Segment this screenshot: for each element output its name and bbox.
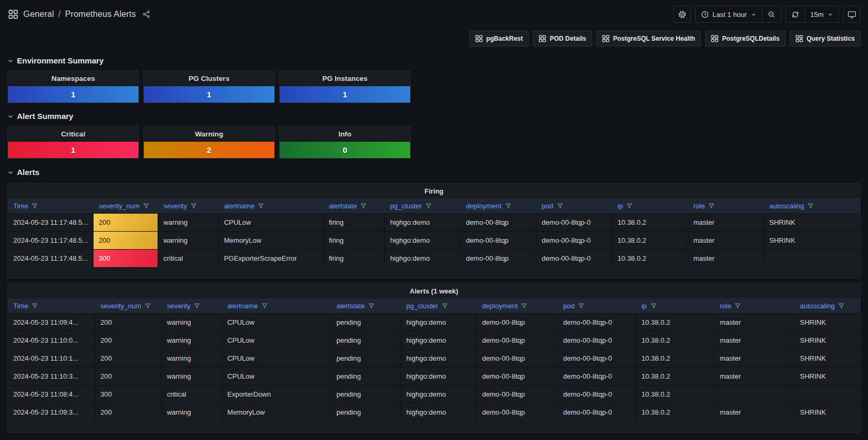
dashboard-link-query-statistics[interactable]: Query Statistics <box>790 31 861 47</box>
filter-icon[interactable] <box>257 201 264 209</box>
dashboard-link-postgresql-service-health[interactable]: PostgreSQL Service Health <box>596 31 701 47</box>
filter-icon[interactable] <box>578 301 585 309</box>
refresh-interval-button[interactable]: 15m <box>805 6 838 22</box>
column-header-severity[interactable]: severity <box>161 298 221 313</box>
table-cell-autoscaling: SHRINK <box>764 231 860 249</box>
column-header-severity_num[interactable]: severity_num <box>93 198 158 213</box>
column-header-severity_num[interactable]: severity_num <box>95 298 161 313</box>
section-alerts[interactable]: Alerts <box>7 168 868 177</box>
filter-icon[interactable] <box>521 301 528 309</box>
stat-value: 1 <box>280 86 410 103</box>
column-header-alertstate[interactable]: alertstate <box>323 198 384 213</box>
dashboard-settings-button[interactable] <box>673 6 691 23</box>
column-header-pod[interactable]: pod <box>558 298 636 313</box>
column-header-time[interactable]: Time <box>8 298 95 313</box>
stat-value: 1 <box>8 86 138 103</box>
table-cell-deployment: demo-00-8tqp <box>460 249 536 267</box>
table-cell-severity_num: 200 <box>93 213 158 231</box>
filter-icon[interactable] <box>708 201 715 209</box>
column-header-label: pg_cluster <box>390 202 422 210</box>
table-cell-time: 2024-05-23 11:09:3... <box>8 403 95 421</box>
breadcrumb-title[interactable]: Prometheus Alerts <box>65 10 136 19</box>
section-alert-summary[interactable]: Alert Summary <box>7 112 868 121</box>
filter-icon[interactable] <box>626 201 633 209</box>
column-header-time[interactable]: Time <box>8 198 93 213</box>
column-header-ip[interactable]: ip <box>636 298 714 313</box>
filter-icon[interactable] <box>425 201 432 209</box>
table-row: 2024-05-23 11:17:48.5...200warningCPULow… <box>8 213 860 231</box>
table-cell-ip: 10.38.0.2 <box>636 331 714 349</box>
share-icon[interactable] <box>142 10 151 19</box>
table-cell-pod: demo-00-8tqp-0 <box>558 331 636 349</box>
alert-stats-row: Critical 1 Warning 2 Info 0 <box>7 126 861 159</box>
breadcrumb: General / Prometheus Alerts <box>23 10 136 19</box>
breadcrumb-folder[interactable]: General <box>23 10 54 19</box>
filter-icon[interactable] <box>261 301 268 309</box>
filter-icon[interactable] <box>650 301 657 309</box>
table-cell-deployment: demo-00-8tqp <box>477 367 558 385</box>
column-header-deployment[interactable]: deployment <box>460 198 536 213</box>
refresh-button[interactable] <box>786 6 805 22</box>
table-cell-deployment: demo-00-8tqp <box>477 331 558 349</box>
dashboard-link-pod-details[interactable]: POD Details <box>533 31 592 47</box>
column-header-deployment[interactable]: deployment <box>477 298 558 313</box>
column-header-label: Time <box>13 302 28 310</box>
filter-icon[interactable] <box>368 301 375 309</box>
zoom-out-button[interactable] <box>762 6 781 22</box>
dashboard-link-postgresqldetails[interactable]: PostgreSQLDetails <box>705 31 786 47</box>
column-header-severity[interactable]: severity <box>158 198 218 213</box>
column-header-role[interactable]: role <box>688 198 763 213</box>
table-cell-time: 2024-05-23 11:17:48.5... <box>8 231 93 249</box>
table-cell-alertstate: pending <box>331 403 401 421</box>
column-header-pg_cluster[interactable]: pg_cluster <box>384 198 460 213</box>
table-cell-alertstate: firing <box>323 213 384 231</box>
table-cell-severity: warning <box>158 213 218 231</box>
dashboard-link-pgbackrest[interactable]: pgBackRest <box>469 31 529 47</box>
table-cell-alertname: MemoryLow <box>218 231 323 249</box>
table-cell-autoscaling: SHRINK <box>795 313 860 331</box>
filter-icon[interactable] <box>31 301 38 309</box>
filter-icon[interactable] <box>838 301 845 309</box>
filter-icon[interactable] <box>505 201 512 209</box>
table-cell-severity: critical <box>158 249 218 267</box>
time-picker-group: Last 1 hour <box>695 6 781 23</box>
gear-icon <box>678 10 687 19</box>
stat-panel-pg-instances: PG Instances 1 <box>279 70 411 103</box>
time-range-button[interactable]: Last 1 hour <box>696 6 762 22</box>
panel-title: Firing <box>8 184 860 198</box>
filter-icon[interactable] <box>193 301 200 309</box>
table-cell-alertstate: pending <box>331 349 401 367</box>
column-header-pod[interactable]: pod <box>536 198 612 213</box>
filter-icon[interactable] <box>807 201 814 209</box>
filter-icon[interactable] <box>31 201 38 209</box>
column-header-autoscaling[interactable]: autoscaling <box>795 298 860 313</box>
filter-icon[interactable] <box>441 301 448 309</box>
column-header-ip[interactable]: ip <box>612 198 688 213</box>
cycle-view-button[interactable] <box>843 6 861 23</box>
table-cell-deployment: demo-00-8tqp <box>477 403 558 421</box>
table-cell-pg_cluster: highgo:demo <box>401 331 476 349</box>
filter-icon[interactable] <box>557 201 564 209</box>
table-cell-autoscaling: SHRINK <box>795 367 860 385</box>
column-header-alertstate[interactable]: alertstate <box>331 298 401 313</box>
filter-icon[interactable] <box>144 301 151 309</box>
table-cell-pod: demo-00-8tqp-0 <box>558 313 636 331</box>
table-cell-pod: demo-00-8tqp-0 <box>536 231 612 249</box>
filter-icon[interactable] <box>360 201 367 209</box>
column-header-autoscaling[interactable]: autoscaling <box>764 198 860 213</box>
filter-icon[interactable] <box>143 201 150 209</box>
column-header-alertname[interactable]: alertname <box>218 198 323 213</box>
section-collapse-chevron-icon <box>7 113 14 120</box>
column-header-role[interactable]: role <box>714 298 795 313</box>
stat-label: Info <box>280 126 410 142</box>
filter-icon[interactable] <box>190 201 197 209</box>
section-environment-summary[interactable]: Environment Summary <box>7 56 868 65</box>
filter-icon[interactable] <box>734 301 741 309</box>
column-header-pg_cluster[interactable]: pg_cluster <box>401 298 476 313</box>
dashboard-icon <box>711 35 718 42</box>
apps-grid-icon[interactable] <box>8 10 18 19</box>
column-header-alertname[interactable]: alertname <box>222 298 331 313</box>
table-cell-pg_cluster: highgo:demo <box>384 213 460 231</box>
alerts-week-table: Timeseverity_numseverityalertnamealertst… <box>8 298 860 421</box>
column-header-label: role <box>694 202 705 210</box>
